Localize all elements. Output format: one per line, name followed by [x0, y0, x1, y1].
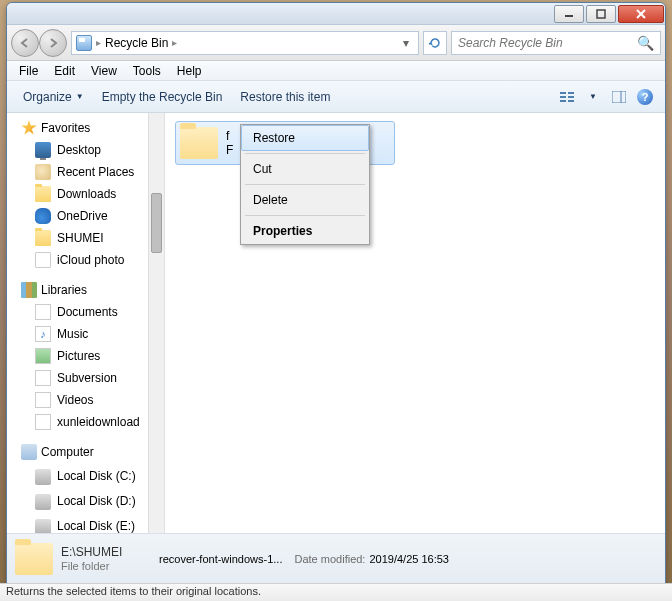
onedrive-icon — [35, 208, 51, 224]
help-button[interactable]: ? — [633, 86, 657, 108]
sidebar-item-disk-c[interactable]: Local Disk (C:) — [7, 463, 164, 488]
sidebar-item-xunlei[interactable]: xunleidownload — [7, 411, 164, 433]
organize-button[interactable]: Organize▼ — [15, 86, 92, 108]
drive-icon — [35, 494, 51, 510]
sidebar-item-recent[interactable]: Recent Places — [7, 161, 164, 183]
details-date-value: 2019/4/25 16:53 — [369, 552, 449, 566]
breadcrumb[interactable]: ▸ Recycle Bin ▸ ▾ — [71, 31, 419, 55]
statusbar: Returns the selected items to their orig… — [0, 583, 672, 601]
content-pane[interactable]: f F Restore Cut Delete Properties — [165, 113, 665, 533]
menu-edit[interactable]: Edit — [46, 62, 83, 80]
music-icon: ♪ — [35, 326, 51, 342]
main-area: Favorites Desktop Recent Places Download… — [7, 113, 665, 533]
sidebar-item-subversion[interactable]: Subversion — [7, 367, 164, 389]
sidebar-item-pictures[interactable]: Pictures — [7, 345, 164, 367]
sidebar-item-downloads[interactable]: Downloads — [7, 183, 164, 205]
sidebar-favorites-header[interactable]: Favorites — [7, 117, 164, 139]
svg-rect-9 — [568, 100, 574, 102]
help-icon: ? — [637, 89, 653, 105]
breadcrumb-text[interactable]: Recycle Bin — [105, 36, 168, 50]
context-properties[interactable]: Properties — [241, 218, 369, 244]
forward-button[interactable] — [39, 29, 67, 57]
sidebar-item-disk-d[interactable]: Local Disk (D:) — [7, 488, 164, 513]
menu-view[interactable]: View — [83, 62, 125, 80]
context-cut[interactable]: Cut — [241, 156, 369, 182]
folder-icon — [35, 186, 51, 202]
drive-icon — [35, 469, 51, 485]
empty-recycle-bin-button[interactable]: Empty the Recycle Bin — [94, 86, 231, 108]
sidebar-item-desktop[interactable]: Desktop — [7, 139, 164, 161]
chevron-down-icon: ▼ — [76, 92, 84, 101]
context-menu: Restore Cut Delete Properties — [240, 124, 370, 245]
folder-icon — [35, 230, 51, 246]
folder-icon — [15, 543, 53, 575]
sidebar-libraries-header[interactable]: Libraries — [7, 279, 164, 301]
minimize-button[interactable] — [554, 5, 584, 23]
blank-icon — [35, 252, 51, 268]
chevron-right-icon[interactable]: ▸ — [172, 37, 177, 48]
recycle-bin-icon — [76, 35, 92, 51]
back-button[interactable] — [11, 29, 39, 57]
sidebar-item-icloud[interactable]: iCloud photo — [7, 249, 164, 271]
refresh-button[interactable] — [423, 31, 447, 55]
preview-pane-button[interactable] — [607, 86, 631, 108]
sidebar-item-music[interactable]: ♪Music — [7, 323, 164, 345]
svg-rect-5 — [560, 96, 566, 98]
sidebar-item-documents[interactable]: Documents — [7, 301, 164, 323]
context-restore[interactable]: Restore — [241, 125, 369, 151]
separator — [245, 215, 365, 216]
svg-rect-1 — [597, 10, 605, 18]
titlebar — [7, 3, 665, 25]
sidebar: Favorites Desktop Recent Places Download… — [7, 113, 165, 533]
menu-help[interactable]: Help — [169, 62, 210, 80]
svg-rect-10 — [612, 91, 626, 103]
drive-icon — [35, 519, 51, 533]
computer-icon — [21, 444, 37, 460]
menu-tools[interactable]: Tools — [125, 62, 169, 80]
star-icon — [21, 120, 37, 136]
breadcrumb-dropdown[interactable]: ▾ — [398, 36, 414, 50]
details-pane: E:\SHUMEI File folder recover-font-windo… — [7, 533, 665, 583]
subversion-icon — [35, 370, 51, 386]
svg-rect-8 — [568, 96, 574, 98]
sidebar-computer-header[interactable]: Computer — [7, 441, 164, 463]
view-options-button[interactable] — [555, 86, 579, 108]
chevron-right-icon: ▸ — [96, 37, 101, 48]
separator — [245, 184, 365, 185]
svg-rect-6 — [560, 100, 566, 102]
sidebar-item-onedrive[interactable]: OneDrive — [7, 205, 164, 227]
videos-icon — [35, 392, 51, 408]
explorer-window: ▸ Recycle Bin ▸ ▾ 🔍 File Edit View Tools… — [6, 2, 666, 584]
recent-icon — [35, 164, 51, 180]
pictures-icon — [35, 348, 51, 364]
restore-item-button[interactable]: Restore this item — [232, 86, 338, 108]
svg-rect-4 — [560, 92, 566, 94]
libraries-icon — [21, 282, 37, 298]
view-dropdown-button[interactable]: ▼ — [581, 86, 605, 108]
search-box[interactable]: 🔍 — [451, 31, 661, 55]
maximize-button[interactable] — [586, 5, 616, 23]
sidebar-scrollbar[interactable] — [148, 113, 164, 533]
toolbar: Organize▼ Empty the Recycle Bin Restore … — [7, 81, 665, 113]
menu-file[interactable]: File — [11, 62, 46, 80]
details-extra-name: recover-font-windows-1... — [159, 552, 283, 566]
separator — [245, 153, 365, 154]
scrollbar-thumb[interactable] — [151, 193, 162, 253]
details-date-label: Date modified: — [295, 552, 366, 566]
sidebar-item-videos[interactable]: Videos — [7, 389, 164, 411]
status-text: Returns the selected items to their orig… — [6, 585, 261, 597]
details-name: E:\SHUMEI — [61, 545, 151, 559]
folder-icon — [180, 127, 218, 159]
sidebar-item-disk-e[interactable]: Local Disk (E:) — [7, 513, 164, 533]
file-item-selected[interactable]: f F Restore Cut Delete Properties — [175, 121, 395, 165]
close-button[interactable] — [618, 5, 664, 23]
search-input[interactable] — [458, 36, 637, 50]
context-delete[interactable]: Delete — [241, 187, 369, 213]
download-icon — [35, 414, 51, 430]
sidebar-item-shumei[interactable]: SHUMEI — [7, 227, 164, 249]
svg-rect-7 — [568, 92, 574, 94]
desktop-icon — [35, 142, 51, 158]
details-type: File folder — [61, 559, 151, 573]
nav-row: ▸ Recycle Bin ▸ ▾ 🔍 — [7, 25, 665, 61]
search-icon[interactable]: 🔍 — [637, 35, 654, 51]
